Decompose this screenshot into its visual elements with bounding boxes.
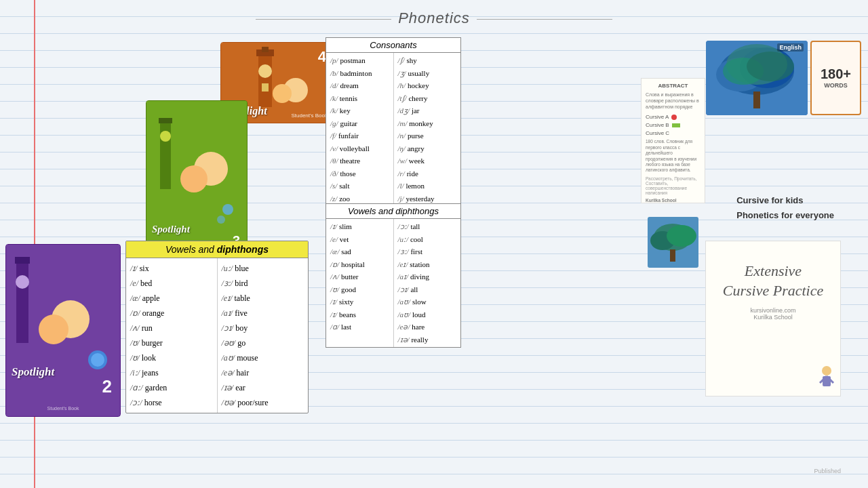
svg-rect-3 [262, 47, 269, 52]
consonants-row: /g/ guitar [330, 117, 389, 130]
vd-row: /eɪ/ station [398, 258, 457, 271]
vowels-row: /ɑː/ garden [130, 380, 213, 395]
consonants-row: /k/ tennis [330, 92, 389, 105]
consonants-row: /dʒ/ jar [398, 104, 457, 117]
right-top-cards: English 180+ WORDS [706, 41, 861, 115]
vowels-row: /ɪ/ six [130, 261, 213, 276]
vowels-row: /uː/ blue [222, 261, 304, 276]
words-label: WORDS [824, 82, 848, 89]
vowels-header-part1: Vowels [165, 244, 196, 255]
svg-rect-1 [258, 53, 272, 107]
vowels-row: /eə/ hair [222, 365, 304, 380]
vd-row: /ɪ/ beans [330, 308, 389, 321]
vd-row: /ɔː/ tall [398, 220, 457, 233]
cursive-a-row: Cursive A [646, 114, 701, 120]
consonants-row: /v/ volleyball [330, 142, 389, 155]
consonants-col-right: /ʃ/ shy/ʒ/ usually/h/ hockey/tʃ/ cherry/… [394, 53, 461, 206]
book-spotlight3: Spotlight 3 Student's Book [146, 100, 248, 256]
svg-point-11 [160, 131, 171, 142]
cursive-c-row: Cursive C [646, 130, 701, 136]
svg-rect-18 [15, 257, 30, 264]
vd-row: /ɪə/ really [398, 333, 457, 346]
vowels-header-part2: and [199, 244, 214, 255]
consonants-row: /ð/ those [330, 167, 389, 180]
consonants-table: Consonants /p/ postman/b/ badminton/d/ d… [326, 37, 461, 207]
vd-row: /uː/ cool [398, 233, 457, 246]
book-s3-cover: Spotlight 3 Student's Book [146, 100, 248, 256]
vd-col-left: /ɪ/ slim/e/ vet/æ/ sad/ɒ/ hospital/ʌ/ bu… [326, 219, 394, 347]
english-label: English [777, 43, 804, 52]
vowels-row: /iː/ jeans [130, 365, 213, 380]
vd-row: /ʊ/ good [330, 283, 389, 296]
tree-image-2 [648, 217, 698, 268]
cursive-credit1: Рассмотреть, Прочитать, Составить, совер… [646, 176, 701, 195]
cursive-kids-text: Cursive for kids Phonetics for everyone [736, 193, 834, 223]
consonants-header: Consonants [326, 38, 460, 53]
svg-rect-5 [262, 83, 269, 92]
vd-row: /ɔɪ/ all [398, 283, 457, 296]
cursive-author: Kurilka School [646, 198, 701, 203]
bottom-note: Published [814, 468, 841, 474]
cursive-b-label: Cursive B [646, 122, 669, 128]
words-num: 180+ [821, 67, 851, 81]
cursive-kids-line2: Phonetics for everyone [736, 208, 834, 223]
consonants-row: /w/ week [398, 155, 457, 167]
svg-point-19 [16, 275, 29, 289]
consonants-row: /r/ ride [398, 167, 457, 180]
vd-row: /e/ vet [330, 233, 389, 246]
vowels-header-part3: diphthongs [217, 244, 269, 255]
consonants-row: /tʃ/ cherry [398, 92, 457, 105]
cursive-side-card: ABSTRACT Слова и выражения в словаре рас… [641, 78, 705, 203]
vowels-row: /ʌ/ run [130, 321, 213, 336]
vowels-row: /ɜː/ bird [222, 276, 304, 291]
svg-point-23 [91, 353, 104, 367]
consonants-row: /ŋ/ angry [398, 142, 457, 155]
book-s4-label: Student's Book [291, 113, 328, 119]
consonants-row: /s/ salt [330, 180, 389, 192]
vd-row: /ɪ/ sixty [330, 296, 389, 308]
vd-row: /ɑ/ last [330, 321, 389, 333]
vowels-row: /ɒ/ orange [130, 306, 213, 321]
vowels-diphthongs-right-table: Vowels and diphthongs /ɪ/ slim/e/ vet/æ/… [326, 203, 461, 348]
vowels-row: /ɔɪ/ boy [222, 321, 304, 336]
svg-point-15 [217, 216, 225, 224]
vd-row: /aɪ/ diving [398, 270, 457, 283]
consonants-body: /p/ postman/b/ badminton/d/ dream/k/ ten… [326, 53, 460, 206]
extensive-cursive-box: Extensive Cursive Practice kursivonline.… [705, 241, 841, 396]
cursive-lines: Cursive A Cursive B Cursive C [646, 114, 701, 136]
extensive-text: Extensive Cursive Practice [706, 241, 840, 307]
svg-point-31 [747, 52, 794, 81]
vowels-row: /ʊ/ burger [130, 336, 213, 350]
page-content: Phonetics Spotlight 4 Student's [0, 0, 868, 488]
book-s2-label: Student's Book [47, 406, 79, 411]
consonants-row: /f/ funfair [330, 129, 389, 142]
svg-point-37 [822, 366, 831, 375]
consonants-row: /ʒ/ usually [398, 67, 457, 80]
svg-point-14 [222, 204, 233, 215]
consonants-row: /b/ badminton [330, 67, 389, 80]
cursive-b-bar [672, 123, 680, 127]
vowels-table-header: Vowels and diphthongs [126, 241, 308, 258]
small-figure [808, 363, 835, 392]
vowels-col-left: /ɪ/ six/e/ bed/æ/ apple/ɒ/ orange/ʌ/ run… [126, 258, 218, 413]
cursive-kids-section: Cursive for kids Phonetics for everyone [736, 193, 834, 223]
vowels-table-body: /ɪ/ six/e/ bed/æ/ apple/ɒ/ orange/ʌ/ run… [126, 258, 308, 413]
vowels-row: /eɪ/ table [222, 291, 304, 306]
svg-point-13 [180, 165, 208, 192]
consonants-row: /n/ purse [398, 129, 457, 142]
svg-point-4 [258, 64, 272, 78]
vowels-row: /aɪ/ five [222, 306, 304, 321]
book-spotlight2: Spotlight 2 Student's Book [5, 244, 121, 417]
cursive-desc: 180 слов. Словник для первого класса с д… [646, 139, 701, 174]
svg-rect-17 [16, 262, 28, 343]
cursive-b-row: Cursive B [646, 122, 701, 128]
vowels-col-right: /uː/ blue/ɜː/ bird/eɪ/ table/aɪ/ five/ɔɪ… [218, 258, 309, 413]
vd-row: /ɜː/ first [398, 245, 457, 258]
vd-col-right: /ɔː/ tall/uː/ cool/ɜː/ first/eɪ/ station… [394, 219, 461, 347]
cursive-card-title: ABSTRACT [646, 83, 701, 89]
vd-body: /ɪ/ slim/e/ vet/æ/ sad/ɒ/ hospital/ʌ/ bu… [326, 219, 460, 347]
vd-row: /ɪ/ slim [330, 220, 389, 233]
book-s3-title: Spotlight [152, 224, 190, 235]
consonants-row: /p/ postman [330, 54, 389, 67]
vowels-row: /ɪə/ ear [222, 380, 304, 395]
